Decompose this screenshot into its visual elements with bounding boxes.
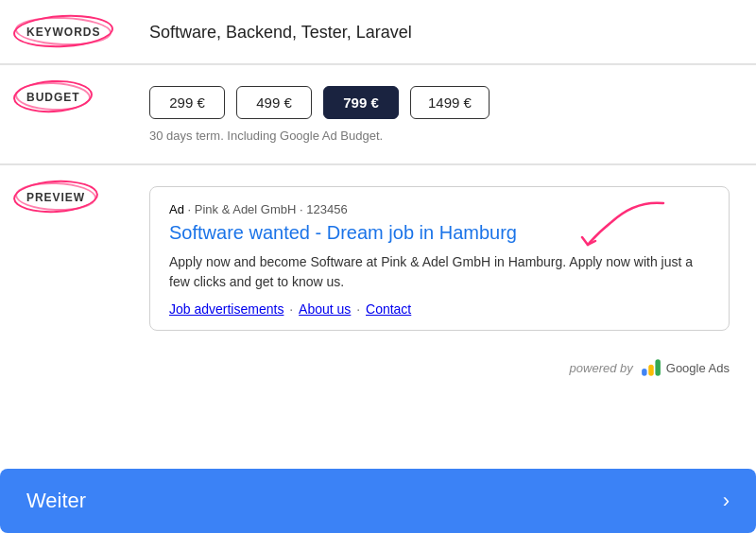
budget-content: 299 € 499 € 799 € 1499 € 30 days term. I… bbox=[149, 86, 730, 143]
ad-link-sep-2: · bbox=[356, 301, 364, 317]
ad-link-contact[interactable]: Contact bbox=[366, 301, 411, 317]
google-ads-icon bbox=[641, 357, 662, 378]
ad-link-sep-1: · bbox=[289, 301, 297, 317]
ad-description: Apply now and become Software at Pink & … bbox=[169, 252, 710, 292]
content-area: KEYWORDS Software, Backend, Tester, Lara… bbox=[0, 0, 756, 461]
budget-row: BUDGET 299 € 499 € 799 € 1499 € 30 days … bbox=[0, 65, 756, 164]
budget-label-oval: BUDGET bbox=[26, 88, 79, 105]
preview-row: PREVIEW Ad · Pink & Adel GmbH · 123456 S… bbox=[0, 165, 756, 348]
google-ads-logo: Google Ads bbox=[641, 357, 730, 378]
keywords-label: KEYWORDS bbox=[26, 26, 100, 39]
ad-badge: Ad bbox=[169, 202, 184, 216]
svg-rect-1 bbox=[648, 365, 654, 376]
ad-meta: Ad · Pink & Adel GmbH · 123456 bbox=[169, 202, 710, 216]
powered-by-text: powered by bbox=[570, 361, 633, 375]
budget-label: BUDGET bbox=[26, 91, 79, 104]
keywords-content: Software, Backend, Tester, Laravel bbox=[149, 21, 730, 43]
ad-links: Job advertisements · About us · Contact bbox=[169, 301, 710, 317]
weiter-arrow-icon: › bbox=[723, 489, 730, 513]
budget-option-499[interactable]: 499 € bbox=[236, 86, 312, 119]
budget-label-wrapper: BUDGET bbox=[26, 86, 149, 105]
preview-label: PREVIEW bbox=[26, 191, 85, 204]
budget-buttons: 299 € 499 € 799 € 1499 € bbox=[149, 86, 730, 119]
keywords-label-wrapper: KEYWORDS bbox=[26, 21, 149, 40]
weiter-button[interactable]: Weiter › bbox=[0, 469, 756, 533]
keywords-label-oval: KEYWORDS bbox=[26, 23, 100, 40]
budget-option-799[interactable]: 799 € bbox=[323, 86, 399, 119]
google-ads-label: Google Ads bbox=[666, 361, 730, 375]
svg-rect-2 bbox=[655, 359, 661, 376]
ad-company-info: · Pink & Adel GmbH · 123456 bbox=[188, 202, 348, 216]
ad-preview-card: Ad · Pink & Adel GmbH · 123456 Software … bbox=[149, 186, 730, 331]
ad-title: Software wanted - Dream job in Hamburg bbox=[169, 220, 710, 245]
keywords-row: KEYWORDS Software, Backend, Tester, Lara… bbox=[0, 0, 756, 64]
preview-label-wrapper: PREVIEW bbox=[26, 186, 149, 205]
preview-content-col: Ad · Pink & Adel GmbH · 123456 Software … bbox=[149, 186, 730, 331]
budget-note: 30 days term. Including Google Ad Budget… bbox=[149, 129, 730, 143]
ad-link-about[interactable]: About us bbox=[299, 301, 351, 317]
ad-link-jobs[interactable]: Job advertisements bbox=[169, 301, 284, 317]
page-container: KEYWORDS Software, Backend, Tester, Lara… bbox=[0, 0, 756, 533]
powered-by-row: powered by Google Ads bbox=[0, 348, 756, 391]
keywords-value: Software, Backend, Tester, Laravel bbox=[149, 21, 730, 43]
preview-label-oval: PREVIEW bbox=[26, 188, 85, 205]
svg-rect-0 bbox=[642, 369, 647, 376]
budget-option-1499[interactable]: 1499 € bbox=[410, 86, 490, 119]
weiter-label: Weiter bbox=[26, 489, 86, 513]
budget-option-299[interactable]: 299 € bbox=[149, 86, 225, 119]
